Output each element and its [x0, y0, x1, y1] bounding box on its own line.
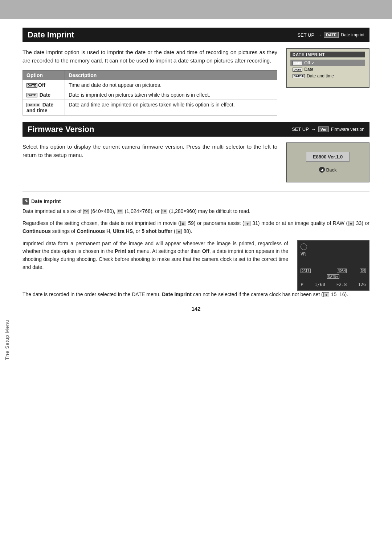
menu-label-datetime: Date and time — [307, 73, 334, 78]
desc-datetime: Date and time are imprinted on pictures … — [65, 100, 277, 115]
date-imprint-header: Date Imprint SET UP → DATE Date imprint — [23, 28, 369, 42]
raw-icon: ⊕ — [348, 221, 354, 226]
cam-top-row — [301, 243, 366, 250]
note-para-2: Regardless of the setting chosen, the da… — [23, 219, 369, 235]
camera-screen-title: DATE IMPRINT — [290, 52, 365, 57]
ref-icon: ⊕ — [323, 292, 329, 297]
firmware-left: Select this option to display the curren… — [23, 142, 277, 182]
firmware-screen-panel: E8800 Ver.1.0 ◀ Back — [286, 142, 369, 182]
firmware-badge-label: Firmware version — [331, 127, 364, 132]
menu-item-datetime: DATE⊕ Date and time — [290, 73, 365, 79]
firmware-back-label: Back — [326, 167, 337, 173]
panorama-icon: ⊕ — [245, 221, 250, 226]
desc-off: Time and date do not appear on pictures. — [65, 80, 277, 90]
note-para-4: The date is recorded in the order select… — [23, 291, 369, 299]
date-imprint-content-row: The date imprint option is used to impri… — [23, 48, 369, 116]
page-number: 142 — [23, 306, 369, 319]
option-datetime: DATE⊕ Dateand time — [23, 100, 65, 115]
date-badge-box: DATE — [324, 32, 339, 38]
firmware-description: Select this option to display the curren… — [23, 142, 277, 160]
option-off: DATEOff — [23, 80, 65, 90]
note-section: ✎ Date Imprint Data imprinted at a size … — [23, 198, 369, 299]
cam-p-label: P — [301, 282, 303, 287]
firmware-back-button[interactable]: ◀ Back — [319, 167, 337, 173]
menu-item-date: DATE Date — [290, 66, 365, 73]
page-container: Date Imprint SET UP → DATE Date imprint … — [0, 0, 392, 540]
firmware-title: Firmware Version — [28, 125, 94, 134]
cam-bottom-values: P 1/60 F2.8 126 — [301, 282, 366, 287]
pc-icon: PC — [117, 209, 123, 214]
menu-icon-datetime: DATE⊕ — [293, 74, 305, 78]
camera-date-screen: DATE IMPRINT DATE Off ✓ DATE Date DATE⊕ … — [286, 48, 369, 88]
setup-arrow-1: → — [317, 32, 322, 38]
firmware-header: Firmware Version SET UP → Ver Firmware v… — [23, 122, 369, 137]
buffer-icon: ⊕ — [176, 229, 182, 234]
setup-text-1: SET UP — [297, 32, 314, 38]
col-option: Option — [23, 70, 65, 80]
table-row: DATE⊕ Dateand time Date and time are imp… — [23, 100, 277, 115]
options-table: Option Description DATEOff Time and date… — [23, 70, 277, 116]
camera-display-mockup: VR DATE NORM 3M DATE⊕ P — [297, 240, 369, 291]
firmware-content-row: Select this option to display the curren… — [23, 142, 369, 182]
cam-shutter: 1/60 — [315, 282, 325, 287]
menu-icon-off: DATE — [293, 61, 302, 65]
note-title-row: ✎ Date Imprint — [23, 198, 369, 205]
firmware-badge-box: Ver — [318, 126, 329, 132]
desc-date: Date is imprinted on pictures taken whil… — [65, 90, 277, 100]
top-bar — [0, 0, 392, 19]
date-imprint-left: The date imprint option is used to impri… — [23, 48, 277, 116]
cam-date-row2: DATE⊕ — [301, 274, 366, 279]
cam-vr-row: VR — [301, 251, 366, 257]
date-imprint-setup-badge: SET UP → DATE Date imprint — [297, 32, 364, 38]
setup-arrow-2: → — [311, 126, 316, 132]
bottom-text-area: Imprinted data form a permanent part of … — [23, 240, 288, 291]
cam-frames: 126 — [358, 282, 366, 287]
table-row: DATE Date Date is imprinted on pictures … — [23, 90, 277, 100]
movie-icon: 🎬 — [180, 221, 186, 226]
tv-icon: TV — [83, 209, 89, 214]
date-icon-date: DATE — [26, 93, 37, 97]
1m-icon: 1M — [161, 209, 167, 214]
cam-size-badge: 3M — [360, 269, 366, 273]
menu-item-off: DATE Off ✓ — [290, 60, 365, 66]
cam-circle-icon — [301, 243, 307, 250]
side-label: The Setup Menu — [4, 320, 10, 360]
cam-norm-badge: NORM — [337, 269, 347, 273]
firmware-setup-badge: SET UP → Ver Firmware version — [292, 126, 364, 132]
firmware-screen: E8800 Ver.1.0 ◀ Back — [286, 142, 369, 182]
table-row: DATEOff Time and date do not appear on p… — [23, 80, 277, 90]
cam-badge-row: DATE NORM 3M — [301, 269, 366, 273]
note-title-text: Date Imprint — [31, 198, 61, 204]
date-imprint-title: Date Imprint — [28, 30, 74, 40]
cam-date-badge-1: DATE — [301, 269, 311, 273]
date-badge-label: Date imprint — [341, 32, 364, 37]
menu-label-date: Date — [304, 67, 313, 72]
option-date: DATE Date — [23, 90, 65, 100]
checkmark-off: ✓ — [311, 61, 314, 65]
note-para-1: Data imprinted at a size of TV (640×480)… — [23, 207, 369, 215]
note-para-3: Imprinted data form a permanent part of … — [23, 240, 288, 271]
date-icon-off: DATE — [26, 83, 37, 88]
note-pencil-icon: ✎ — [23, 198, 29, 205]
menu-icon-date: DATE — [293, 68, 302, 72]
menu-label-off: Off — [304, 60, 310, 65]
date-icon-datetime: DATE⊕ — [26, 103, 40, 107]
date-imprint-screen-panel: DATE IMPRINT DATE Off ✓ DATE Date DATE⊕ … — [286, 48, 369, 116]
bottom-row: Imprinted data form a permanent part of … — [23, 240, 369, 291]
cam-aperture: F2.8 — [336, 282, 347, 287]
back-arrow-icon: ◀ — [319, 167, 325, 173]
firmware-version-box: E8800 Ver.1.0 — [306, 152, 350, 162]
col-description: Description — [65, 70, 277, 80]
main-content: Date Imprint SET UP → DATE Date imprint … — [0, 19, 392, 330]
date-imprint-description: The date imprint option is used to impri… — [23, 48, 277, 65]
section-divider — [23, 191, 369, 192]
cam-date-badge-2: DATE⊕ — [327, 274, 339, 279]
setup-text-2: SET UP — [292, 126, 309, 132]
cam-vr-label: VR — [301, 251, 306, 257]
